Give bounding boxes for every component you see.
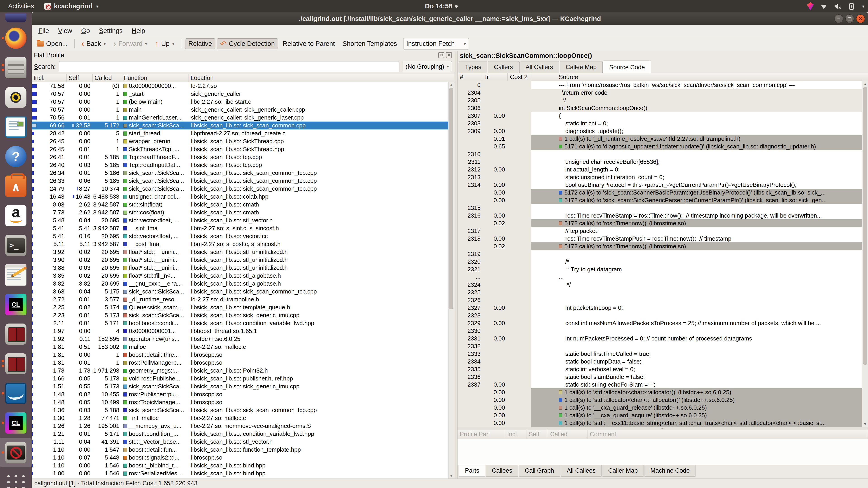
dock-item-window-partial[interactable] (0, 12, 32, 23)
source-line[interactable]: 2335 static int verboseLevel = 0; (458, 365, 868, 373)
source-line[interactable]: 23310.00 int numPacketsProcessed = 0; //… (458, 335, 868, 342)
tab-call-graph[interactable]: Call Graph (519, 465, 560, 477)
source-line[interactable]: 2306int SickScanCommon::loopOnce() (458, 104, 868, 112)
close-button[interactable]: ✕ (856, 14, 865, 23)
table-row[interactable]: 3.850.0220 695float* std::fill_n<...libs… (32, 272, 454, 280)
up-button[interactable]: ↑Up▾ (152, 38, 178, 49)
table-row[interactable]: 1.100.075 448boost::signals2::d...libros… (32, 454, 454, 462)
dock-item-libreoffice[interactable] (0, 112, 32, 142)
shorten-templates-toggle[interactable]: Shorten Templates (339, 39, 400, 49)
source-line[interactable]: 23070.00{ (458, 112, 868, 120)
tab-source-code[interactable]: Source Code (603, 61, 651, 73)
table-row[interactable]: 1.301.2877 471_int_malloclibc-2.27.so: m… (32, 414, 454, 422)
minimize-button[interactable]: − (835, 14, 843, 23)
table-row[interactable]: 26.400.035 185Tcp::readInputDat...libsic… (32, 161, 454, 169)
source-line[interactable]: 2311 unsigned char receiveBuffer[65536]; (458, 158, 868, 166)
column-header-profilepart[interactable]: Profile Part (458, 430, 505, 439)
cycle-detection-toggle[interactable]: ↶Cycle Detection (217, 38, 278, 49)
scroll-thumb[interactable] (863, 87, 867, 365)
column-header-incl[interactable]: Incl. (32, 74, 67, 82)
source-line[interactable]: 2336 static bool slamBundle = false; (458, 373, 868, 381)
source-line[interactable]: 2320 /* (458, 258, 868, 265)
battery-icon[interactable] (848, 3, 855, 10)
column-header-comment[interactable]: Comment (587, 430, 868, 439)
source-line[interactable]: 2313 static unsigned int iteration_count… (458, 173, 868, 181)
table-row[interactable]: 1.360.035 188sick_scan::SickSca...libsic… (32, 406, 454, 414)
dock-item-ubuntu-software[interactable] (0, 171, 32, 201)
table-row[interactable]: 7.732.623 942 587std::cos(float)libsick_… (32, 208, 454, 217)
table-row[interactable]: 5.480.0420 695std::vector<float, ...libs… (32, 217, 454, 224)
flat-profile-scrollbar[interactable]: ▲ ▼ (448, 82, 454, 479)
dock-item-wave-app[interactable] (0, 379, 32, 408)
indicator-icon[interactable] (807, 2, 814, 10)
table-row[interactable]: 1.810.011ros::PollManager::...libroscpp.… (32, 359, 454, 367)
tab-callers[interactable]: Callers (488, 61, 519, 73)
call-row[interactable]: 0.001 call(s) to '__cxa_guard_acquire' (… (458, 412, 868, 419)
source-line[interactable]: 2319 (458, 250, 868, 258)
table-row[interactable]: 5.410.1620 695std::vector<float, ...libs… (32, 232, 454, 240)
table-row[interactable]: 8.032.623 942 587std::sin(float)libsick_… (32, 201, 454, 208)
table-row[interactable]: 69.6632.535 172sick_scan::SickSca...libs… (32, 122, 454, 129)
call-row[interactable]: 0.001 call(s) to 'std::allocator<char>::… (458, 396, 868, 404)
menu-item-view[interactable]: View (54, 26, 76, 35)
table-row[interactable]: 71.580.00(0)0x00000000000...ld-2.27.so (32, 82, 454, 90)
table-row[interactable]: 1.781.781 971 293geometry_msgs::...libsi… (32, 367, 454, 375)
call-row[interactable]: 0.025172 call(s) to 'ros::Time::now()' (… (458, 242, 868, 250)
source-line[interactable]: 23270.00 int packetsInLoop = 0; (458, 304, 868, 312)
table-row[interactable]: 26.450.001wrapper_prerunlibsick_scan_lib… (32, 137, 454, 145)
close-panel-icon[interactable]: ✕ (446, 52, 452, 58)
call-row[interactable]: 0.005172 call(s) to 'sick_scan::ScannerB… (458, 189, 868, 196)
scroll-up-icon[interactable]: ▲ (448, 82, 454, 88)
table-row[interactable]: 70.570.001mainsick_generic_caller: sick_… (32, 106, 454, 113)
tab-machine-code[interactable]: Machine Code (644, 465, 696, 477)
call-row[interactable]: 0.655171 call(s) to 'diagnostic_updater:… (458, 142, 868, 150)
dock-item-terminal[interactable] (0, 230, 32, 260)
source-line[interactable]: 23120.00 int actual_length = 0; (458, 166, 868, 173)
relative-to-parent-toggle[interactable]: Relative to Parent (280, 39, 338, 49)
table-row[interactable]: 3.880.0320 695float* std::__unini...libs… (32, 264, 454, 272)
table-row[interactable]: 1.480.0510 499ros::TopicManage...librosc… (32, 398, 454, 406)
source-line[interactable]: 2310 (458, 150, 868, 158)
menu-item-go[interactable]: Go (77, 26, 94, 35)
search-input[interactable] (59, 61, 399, 72)
dock-item-show-applications[interactable] (0, 467, 32, 488)
dock-item-help[interactable] (0, 142, 32, 171)
table-row[interactable]: 16.4316.436 488 533unsigned char col...l… (32, 193, 454, 201)
tab-callees[interactable]: Callees (486, 465, 518, 477)
app-menu[interactable]: kcachegrind ▾ (44, 2, 98, 10)
tab-caller-map[interactable]: Caller Map (602, 465, 644, 477)
source-line[interactable]: 2317 // tcp packet (458, 227, 868, 235)
dock-item-rhythmbox[interactable] (0, 83, 32, 112)
scroll-thumb[interactable] (449, 88, 453, 309)
tab-types[interactable]: Types (459, 61, 487, 73)
column-header-ir[interactable]: Ir (483, 73, 508, 81)
source-line[interactable]: 23180.00 ros::Time recvTimeStampPush = r… (458, 235, 868, 242)
maximize-button[interactable]: ◻ (845, 14, 854, 23)
table-row[interactable]: 1.920.11152 895operator new(uns...libstd… (32, 335, 454, 343)
float-panel-icon[interactable]: ⧉ (438, 52, 444, 58)
table-row[interactable]: 1.810.001boost::detail::thre...libroscpp… (32, 351, 454, 359)
source-line[interactable]: 2326 (458, 296, 868, 304)
source-line[interactable]: 2308 static int cnt = 0; (458, 120, 868, 127)
table-row[interactable]: 5.415.413 942 587__sinf_fmalibm-2.27.so:… (32, 224, 454, 232)
title-bar[interactable]: ./callgrind.out [./install/lib/sick_scan… (32, 12, 868, 25)
table-row[interactable]: 2.720.013 577_dl_runtime_reso...ld-2.27.… (32, 295, 454, 303)
dock-item-kcachegrind[interactable] (0, 437, 32, 467)
source-line[interactable]: 2334 static bool dumpData = false; (458, 358, 868, 365)
menu-item-file[interactable]: File (34, 26, 53, 35)
table-row[interactable]: 1.970.0040x00000000001...libboost_thread… (32, 327, 454, 335)
column-header-cost2[interactable]: Cost 2 (508, 73, 531, 81)
source-line[interactable]: 23370.00 static std::string echoForSlam … (458, 381, 868, 388)
call-row[interactable]: 0.001 call(s) to 'std::__cxx11::basic_st… (458, 419, 868, 427)
table-row[interactable]: 1.100.001 546boost::_bi::bind_t...libsic… (32, 462, 454, 469)
table-row[interactable]: 1.660.055 173void ros::Publishe...libsic… (32, 375, 454, 383)
table-row[interactable]: 2.250.025 174Queue<sick_scan:...libsick_… (32, 303, 454, 311)
event-type-select[interactable]: Instruction Fetch▾ (403, 38, 469, 50)
dock-item-virtualbox-red[interactable] (0, 319, 32, 349)
column-header-called[interactable]: Called (548, 430, 587, 439)
source-line[interactable]: 23290.00 const int maxNumAllowedPacketsT… (458, 319, 868, 327)
vertical-splitter[interactable] (454, 51, 458, 479)
table-row[interactable]: 26.450.011SickThread<Tcp, ...libsick_sca… (32, 145, 454, 153)
scroll-up-icon[interactable]: ▲ (862, 81, 868, 87)
source-line[interactable]: 2305 */ (458, 96, 868, 104)
